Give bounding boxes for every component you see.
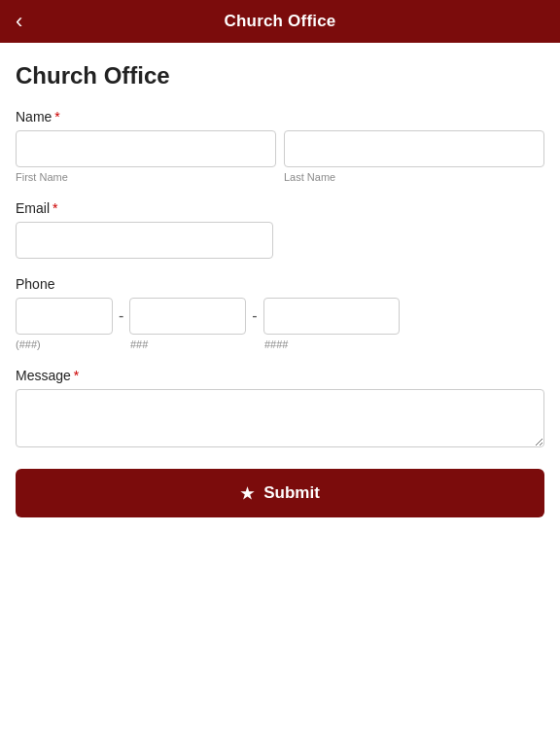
page-title: Church Office [16, 62, 544, 89]
submit-label: Submit [263, 483, 320, 503]
phone-number-input[interactable] [263, 298, 400, 335]
email-section: Email * [16, 200, 544, 259]
phone-number-sublabel: #### [264, 338, 401, 350]
message-required-star: * [74, 368, 79, 383]
first-name-col: First Name [16, 130, 276, 183]
header: ‹ Church Office [0, 0, 560, 43]
phone-area-sublabel: (###) [16, 338, 113, 350]
phone-prefix-input[interactable] [129, 298, 246, 335]
phone-sublabels: (###) ### #### [16, 338, 544, 350]
last-name-sublabel: Last Name [284, 171, 544, 183]
page-content: Church Office Name * First Name Last Nam… [0, 43, 560, 547]
submit-button[interactable]: ★ Submit [16, 469, 544, 517]
message-label: Message * [16, 368, 544, 383]
back-icon: ‹ [16, 9, 22, 34]
phone-input-row: - - [16, 298, 544, 335]
back-button[interactable]: ‹ [12, 5, 26, 38]
last-name-col: Last Name [284, 130, 544, 183]
submit-star-icon: ★ [240, 484, 254, 503]
email-input[interactable] [16, 222, 273, 259]
phone-label: Phone [16, 276, 544, 292]
message-textarea[interactable] [16, 389, 544, 447]
first-name-sublabel: First Name [16, 171, 276, 183]
email-required-star: * [52, 200, 57, 216]
phone-section: Phone - - (###) ### #### [16, 276, 544, 350]
name-section: Name * First Name Last Name [16, 109, 544, 183]
last-name-input[interactable] [284, 130, 544, 167]
header-title: Church Office [224, 12, 335, 31]
message-section: Message * [16, 368, 544, 451]
email-label: Email * [16, 200, 544, 216]
phone-separator-2: - [250, 298, 259, 335]
name-input-row: First Name Last Name [16, 130, 544, 183]
phone-prefix-sublabel: ### [130, 338, 247, 350]
phone-separator-1: - [117, 298, 125, 335]
first-name-input[interactable] [16, 130, 276, 167]
name-label: Name * [16, 109, 544, 124]
name-required-star: * [54, 109, 59, 124]
phone-area-input[interactable] [16, 298, 113, 335]
